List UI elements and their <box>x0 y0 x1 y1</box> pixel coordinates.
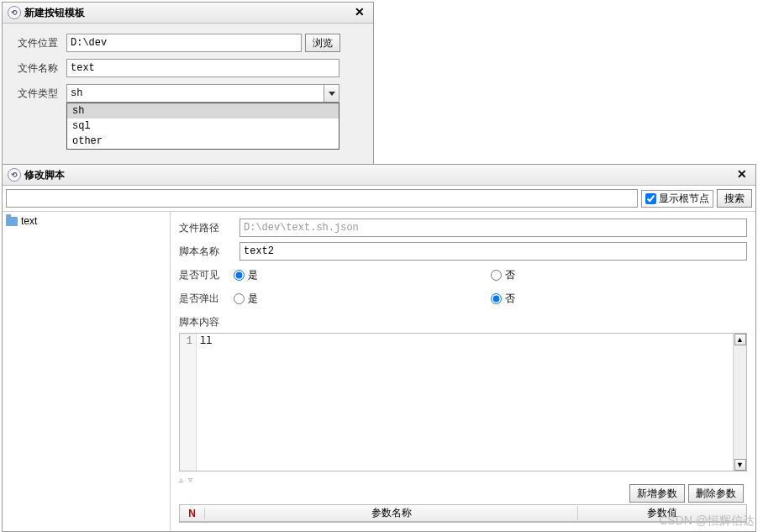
collapse-handle[interactable]: ▵ ▿ <box>179 475 747 484</box>
code-editor[interactable]: 1 ll ▲ ▼ <box>179 333 747 471</box>
app-icon: ⟲ <box>8 168 21 182</box>
param-table-header: N 参数名称 参数值 <box>180 505 746 522</box>
browse-button[interactable]: 浏览 <box>305 34 340 52</box>
dialog1-body: 文件位置 浏览 文件名称 文件类型 sh sql other <box>3 24 373 168</box>
edit-pane: 文件路径 脚本名称 是否可见 是 否 <box>171 212 755 531</box>
visible-no-radio[interactable]: 否 <box>491 268 515 282</box>
dropdown-option-sql[interactable]: sql <box>67 119 339 134</box>
search-button[interactable]: 搜索 <box>717 189 752 208</box>
file-type-combo[interactable] <box>66 84 339 103</box>
file-location-label: 文件位置 <box>18 36 66 50</box>
dialog2-close-button[interactable]: ✕ <box>734 167 750 182</box>
param-col-value: 参数值 <box>578 506 746 520</box>
show-root-checkbox[interactable]: 显示根节点 <box>641 190 713 208</box>
tree-node-label: text <box>21 215 37 227</box>
popup-yes-radio[interactable]: 是 <box>234 292 258 306</box>
scroll-down-icon[interactable]: ▼ <box>734 459 746 471</box>
file-name-input[interactable] <box>66 59 339 77</box>
visible-yes-radio[interactable]: 是 <box>234 268 258 282</box>
folder-icon <box>6 217 18 226</box>
dialog1-titlebar: ⟲ 新建按钮模板 ✕ <box>3 3 373 24</box>
file-name-label: 文件名称 <box>18 61 66 76</box>
search-input[interactable] <box>6 189 638 208</box>
edit-script-dialog: ⟲ 修改脚本 ✕ 显示根节点 搜索 text 文件路径 <box>2 164 756 532</box>
dialog2-titlebar: ⟲ 修改脚本 ✕ <box>3 165 755 186</box>
param-button-bar: 新增参数 删除参数 <box>179 484 747 503</box>
dropdown-option-other[interactable]: other <box>67 134 339 149</box>
editor-scrollbar[interactable]: ▲ ▼ <box>733 334 746 471</box>
add-param-button[interactable]: 新增参数 <box>629 484 685 503</box>
file-type-dropdown: sh sql other <box>66 103 339 150</box>
popup-no-radio[interactable]: 否 <box>491 292 515 306</box>
show-root-check[interactable] <box>645 193 656 204</box>
scroll-up-icon[interactable]: ▲ <box>734 334 746 345</box>
new-template-dialog: ⟲ 新建按钮模板 ✕ 文件位置 浏览 文件名称 文件类型 sh s <box>2 2 374 169</box>
main-split: text 文件路径 脚本名称 是否可见 是 <box>3 212 755 531</box>
show-root-label: 显示根节点 <box>659 192 709 206</box>
param-col-name: 参数名称 <box>205 506 578 520</box>
param-table: N 参数名称 参数值 <box>179 504 747 523</box>
file-location-input[interactable] <box>66 34 302 52</box>
file-path-label: 文件路径 <box>179 221 239 235</box>
file-type-input[interactable] <box>66 84 324 103</box>
chevron-down-icon[interactable] <box>324 84 339 103</box>
dialog1-close-button[interactable]: ✕ <box>351 5 368 20</box>
script-name-input[interactable] <box>239 242 747 261</box>
tree-pane: text <box>3 212 171 531</box>
file-path-input <box>239 219 747 237</box>
script-content-label: 脚本内容 <box>179 315 239 329</box>
file-type-label: 文件类型 <box>18 87 66 101</box>
param-col-n: N <box>180 508 205 519</box>
dialog2-body: 显示根节点 搜索 text 文件路径 脚本名称 <box>3 186 755 531</box>
popup-label: 是否弹出 <box>179 292 234 306</box>
dropdown-option-sh[interactable]: sh <box>67 103 339 119</box>
dialog2-title: 修改脚本 <box>24 168 65 182</box>
code-content[interactable]: ll <box>197 334 733 471</box>
script-name-label: 脚本名称 <box>179 245 239 259</box>
visible-label: 是否可见 <box>179 268 234 282</box>
line-gutter: 1 <box>180 334 197 471</box>
tree-node-text[interactable]: text <box>6 215 166 227</box>
dialog1-title: 新建按钮模板 <box>24 6 85 20</box>
delete-param-button[interactable]: 删除参数 <box>688 484 744 503</box>
toolbar: 显示根节点 搜索 <box>3 186 755 212</box>
app-icon: ⟲ <box>8 6 21 19</box>
